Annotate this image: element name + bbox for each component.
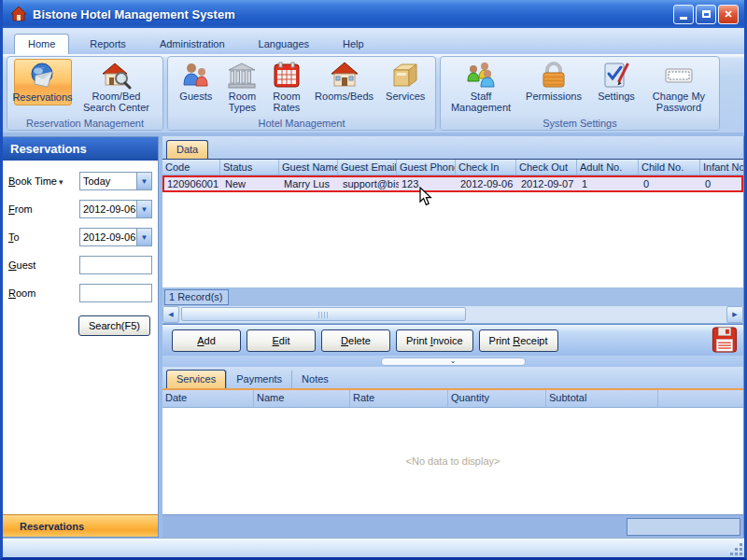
room-input[interactable]	[79, 284, 152, 302]
menu-tabbar: HomeReportsAdministrationLanguagesHelp	[3, 28, 744, 54]
field-row-room: Room	[8, 284, 152, 302]
menu-tab-administration[interactable]: Administration	[147, 35, 238, 54]
detail-grid-empty-area: <No data to display>	[162, 408, 743, 514]
delete-button[interactable]: Delete	[321, 329, 390, 352]
window-controls: ✕	[673, 5, 739, 24]
to-combobox[interactable]: 2012-09-06▼	[79, 228, 152, 246]
cell-guest-name: Marry Lus	[281, 177, 340, 190]
tab-services[interactable]: Services	[166, 370, 226, 388]
ribbon-button-label: Room Rates	[268, 91, 305, 113]
menu-tab-reports[interactable]: Reports	[77, 35, 139, 54]
ribbon: ReservationsRoom/Bed Search CenterReserv…	[3, 54, 744, 133]
table-row[interactable]: 120906001NewMarry Lussupport@bis1232012-…	[162, 175, 743, 192]
window-title: Bistone Hotel Management System	[33, 7, 673, 21]
tab-data[interactable]: Data	[166, 140, 208, 159]
print-invoice-button[interactable]: Print Invoice	[396, 329, 473, 352]
from-combobox[interactable]: 2012-09-06▼	[79, 200, 152, 218]
sidebar-body: Book Time▾Today▼From2012-09-06▼To2012-09…	[3, 161, 158, 514]
ribbon-button-label: Permissions	[526, 91, 582, 102]
column-header-child-no[interactable]: Child No.	[639, 160, 700, 175]
room-types-icon	[227, 61, 257, 91]
column-header-code[interactable]: Code	[162, 160, 220, 175]
chevron-down-icon[interactable]: ▼	[136, 201, 151, 217]
column-header-status[interactable]: Status	[220, 160, 279, 175]
services-icon	[390, 61, 420, 91]
column-header-guest-email[interactable]: Guest Email	[338, 160, 397, 175]
ribbon-button-room-bed-search-center[interactable]: Room/Bed Search Center	[77, 59, 157, 115]
detail-column-header-date[interactable]: Date	[162, 390, 254, 407]
save-floppy-icon[interactable]	[710, 326, 740, 355]
detail-column-header-rate[interactable]: Rate	[350, 390, 448, 407]
reservations-grid-header: CodeStatusGuest NameGuest EmailGuest Pho…	[162, 160, 743, 175]
menu-tab-home[interactable]: Home	[14, 34, 69, 54]
ribbon-button-staff-management[interactable]: Staff Management	[446, 59, 515, 115]
column-header-check-out[interactable]: Check Out	[516, 160, 577, 175]
cell-child-no: 0	[641, 177, 702, 190]
permissions-icon	[539, 61, 569, 91]
column-header-check-in[interactable]: Check In	[456, 160, 516, 175]
statusbar	[3, 538, 744, 557]
scroll-thumb[interactable]	[181, 307, 466, 321]
detail-tabstrip: ServicesPaymentsNotes	[162, 367, 743, 390]
menu-tab-languages[interactable]: Languages	[246, 35, 322, 54]
password-icon	[664, 61, 694, 91]
column-header-guest-name[interactable]: Guest Name	[279, 160, 338, 175]
maximize-button[interactable]	[696, 5, 716, 24]
print-receipt-button[interactable]: Print Receipt	[479, 329, 558, 352]
ribbon-button-permissions[interactable]: Permissions	[519, 59, 588, 104]
ribbon-button-label: Room Types	[223, 91, 261, 113]
scroll-right-button[interactable]: ▶	[726, 306, 743, 323]
record-count: 1 Record(s)	[164, 289, 229, 305]
column-header-guest-phone[interactable]: Guest Phone	[397, 160, 456, 175]
column-header-adult-no[interactable]: Adult No.	[577, 160, 639, 175]
ribbon-button-label: Settings	[598, 91, 635, 102]
reservations-search-panel: Reservations Book Time▾Today▼From2012-09…	[3, 136, 159, 538]
room-rates-icon	[272, 61, 302, 91]
cell-adult-no: 1	[579, 177, 641, 190]
label-dropdown-icon[interactable]: ▾	[59, 177, 63, 187]
book-time-combobox[interactable]: Today▼	[79, 172, 152, 190]
ribbon-group-caption: Hotel Management	[168, 117, 435, 130]
ribbon-group-caption: System Settings	[441, 117, 719, 130]
scroll-track[interactable]	[179, 306, 726, 323]
ribbon-button-rooms-beds[interactable]: Rooms/Beds	[311, 59, 378, 104]
edit-button[interactable]: Edit	[247, 329, 316, 352]
room-search-icon	[102, 61, 132, 91]
tab-notes[interactable]: Notes	[291, 371, 338, 388]
chevron-down-icon[interactable]: ▼	[136, 173, 151, 189]
ribbon-button-label: Guests	[179, 91, 212, 102]
splitter-collapse-handle[interactable]: ⌄	[381, 357, 526, 366]
detail-column-header-name[interactable]: Name	[254, 390, 350, 407]
ribbon-button-change-my-password[interactable]: Change My Password	[644, 59, 713, 115]
ribbon-button-room-types[interactable]: Room Types	[221, 59, 262, 115]
ribbon-group-buttons: ReservationsRoom/Bed Search Center	[7, 57, 162, 117]
ribbon-button-guests[interactable]: Guests	[174, 59, 218, 104]
add-button[interactable]: Add	[172, 329, 241, 352]
ribbon-button-room-rates[interactable]: Room Rates	[266, 59, 307, 115]
detail-grid-header: DateNameRateQuantitySubtotal	[162, 390, 743, 408]
ribbon-button-settings[interactable]: Settings	[592, 59, 641, 104]
menu-tab-help[interactable]: Help	[330, 35, 377, 54]
scroll-left-button[interactable]: ◀	[162, 306, 179, 323]
tab-payments[interactable]: Payments	[226, 371, 291, 388]
close-button[interactable]: ✕	[718, 5, 739, 24]
cell-infant-no: 0	[702, 177, 743, 190]
field-label-book-time[interactable]: Book Time▾	[8, 175, 79, 187]
detail-column-header-quantity[interactable]: Quantity	[448, 390, 546, 407]
cell-guest-phone: 123	[399, 177, 458, 190]
app-window: Bistone Hotel Management System ✕ HomeRe…	[0, 0, 747, 560]
detail-summary-box	[627, 518, 740, 536]
sidebar-item-reservations[interactable]: Reservations	[3, 514, 158, 537]
chevron-down-icon[interactable]: ▼	[136, 229, 151, 245]
column-header-infant-no[interactable]: Infant No.	[700, 160, 743, 175]
guest-input[interactable]	[79, 256, 152, 274]
workspace: Reservations Book Time▾Today▼From2012-09…	[3, 133, 744, 538]
detail-column-header-subtotal[interactable]: Subtotal	[546, 390, 658, 407]
combo-value: Today	[80, 175, 136, 187]
app-home-icon	[10, 6, 27, 22]
ribbon-button-services[interactable]: Services	[381, 59, 430, 104]
ribbon-button-reservations[interactable]: Reservations	[14, 59, 72, 105]
minimize-button[interactable]	[673, 5, 694, 24]
resize-grip[interactable]	[730, 543, 742, 555]
search-button[interactable]: Search(F5)	[78, 315, 150, 336]
